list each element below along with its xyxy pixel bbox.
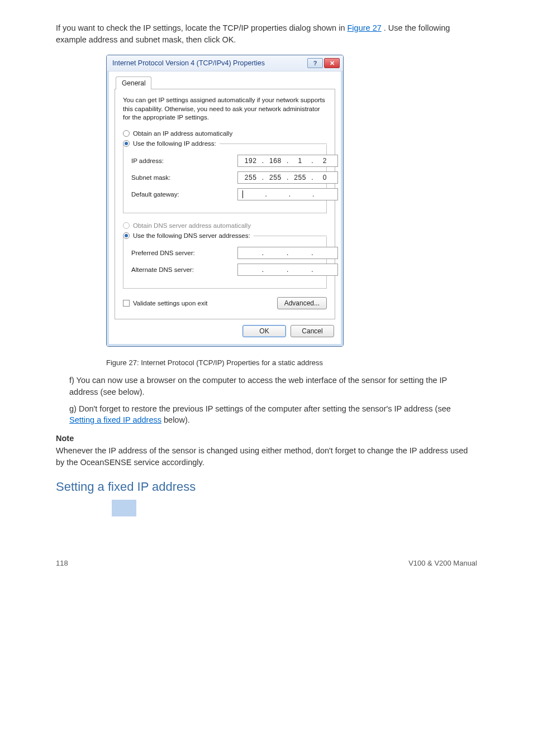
dns-fieldset: Preferred DNS server: . . . Alternate DN…	[123, 237, 327, 289]
checkbox-label: Validate settings upon exit	[133, 300, 207, 307]
advanced-button[interactable]: Advanced...	[277, 297, 327, 309]
note-box: Note Whenever the IP address of the sens…	[56, 434, 477, 468]
checkbox-icon	[123, 300, 130, 307]
intro-paragraph: If you want to check the IP settings, lo…	[56, 22, 477, 46]
ip-fieldset: IP address: 192. 168. 1. 2 Subnet mask:	[123, 145, 327, 213]
dialog-screenshot: Internet Protocol Version 4 (TCP/IPv4) P…	[106, 55, 477, 347]
figure-link[interactable]: Figure 27	[348, 23, 382, 32]
radio-icon	[123, 232, 130, 239]
label-default-gateway: Default gateway:	[131, 191, 237, 198]
step-g: g) Don't forget to restore the previous …	[69, 403, 477, 426]
radio-icon	[123, 130, 130, 137]
default-gateway-input[interactable]: . . .	[237, 188, 338, 200]
radio-use-ip-label[interactable]: Use the following IP address:	[133, 140, 216, 147]
label-subnet-mask: Subnet mask:	[131, 174, 237, 181]
close-icon[interactable]: ✕	[324, 58, 340, 68]
dialog-titlebar: Internet Protocol Version 4 (TCP/IPv4) P…	[107, 55, 343, 71]
footer-doc-title: V100 & V200 Manual	[408, 559, 477, 567]
page-color-tag	[112, 500, 136, 516]
ok-button[interactable]: OK	[242, 325, 286, 337]
page-footer: 118 V100 & V200 Manual	[56, 549, 477, 567]
validate-settings-checkbox[interactable]: Validate settings upon exit	[123, 300, 207, 307]
ip-address-input[interactable]: 192. 168. 1. 2	[237, 155, 338, 167]
radio-obtain-ip-auto[interactable]: Obtain an IP address automatically	[123, 130, 327, 137]
note-title: Note	[56, 434, 477, 443]
dialog-title: Internet Protocol Version 4 (TCP/IPv4) P…	[112, 59, 265, 67]
radio-obtain-dns-auto: Obtain DNS server address automatically	[123, 222, 327, 229]
radio-icon	[123, 222, 130, 229]
tab-general[interactable]: General	[116, 76, 151, 89]
para1-before: If you want to check the IP settings, lo…	[56, 23, 348, 32]
radio-icon	[123, 140, 130, 147]
help-icon[interactable]: ?	[307, 58, 323, 68]
note-body: Whenever the IP address of the sensor is…	[56, 445, 477, 468]
tab-panel-general: You can get IP settings assigned automat…	[115, 89, 335, 319]
radio-label: Obtain DNS server address automatically	[133, 222, 251, 229]
footer-page-number: 118	[56, 559, 68, 567]
step-f: f) You can now use a browser on the comp…	[69, 375, 477, 398]
label-alternate-dns: Alternate DNS server:	[131, 266, 237, 273]
radio-use-dns-label[interactable]: Use the following DNS server addresses:	[133, 232, 250, 239]
dialog-body: General You can get IP settings assigned…	[107, 71, 343, 346]
cancel-button[interactable]: Cancel	[291, 325, 334, 337]
section-heading-fixed-ip: Setting a fixed IP address	[56, 480, 477, 494]
subnet-mask-input[interactable]: 255. 255. 255. 0	[237, 171, 338, 184]
alternate-dns-input[interactable]: . . .	[237, 264, 338, 276]
radio-label: Obtain an IP address automatically	[133, 130, 232, 137]
figure-caption: Figure 27: Internet Protocol (TCP/IP) Pr…	[106, 358, 477, 369]
step-g-prefix: g) Don't forget to restore the previous …	[69, 404, 451, 413]
step-g-suffix: below).	[164, 415, 190, 424]
label-preferred-dns: Preferred DNS server:	[131, 250, 237, 256]
tcpip-dialog: Internet Protocol Version 4 (TCP/IPv4) P…	[106, 55, 344, 347]
label-ip-address: IP address:	[131, 157, 237, 164]
dialog-description: You can get IP settings assigned automat…	[123, 96, 327, 122]
preferred-dns-input[interactable]: . . .	[237, 247, 338, 259]
step-g-link[interactable]: Setting a fixed IP address	[69, 415, 161, 424]
